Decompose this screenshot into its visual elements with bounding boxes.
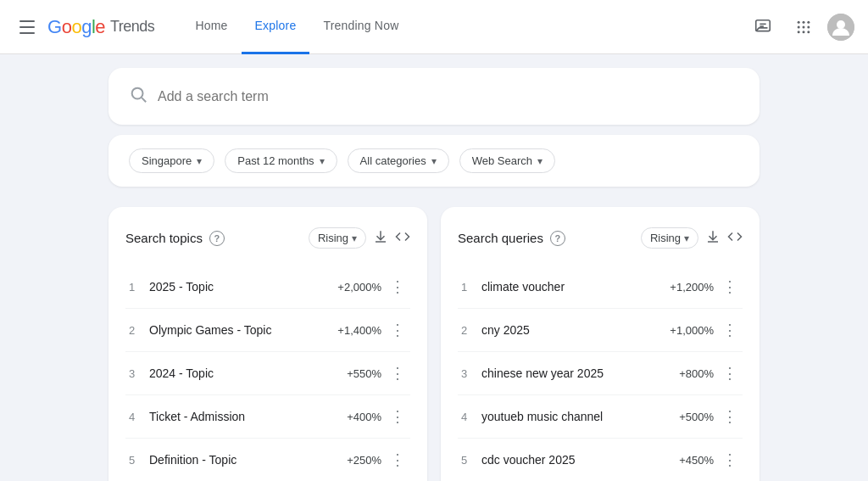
svg-point-7 [803,25,805,28]
apps-button[interactable] [787,10,821,44]
feedback-button[interactable] [746,10,780,44]
more-options-icon[interactable]: ⋮ [388,362,407,384]
item-change: +1,400% [337,324,381,337]
topics-card-header: Search topics ? Rising ▾ [125,227,410,249]
avatar[interactable] [827,14,854,41]
logo-trends: Trends [110,18,154,36]
queries-title-group: Search queries ? [458,231,565,246]
item-change: +500% [679,411,714,423]
svg-point-11 [807,31,810,33]
item-name: chinese new year 2025 [481,366,679,380]
more-options-icon[interactable]: ⋮ [388,276,407,298]
item-name: 2024 - Topic [149,366,347,380]
search-icon [129,85,147,108]
item-change: +250% [347,454,381,467]
item-name: youtueb music channel [481,410,679,423]
item-change: +2,000% [337,281,381,294]
filter-country-label: Singapore [142,154,192,167]
item-rank: 4 [129,411,149,423]
item-rank: 2 [129,324,149,337]
more-options-icon[interactable]: ⋮ [721,362,739,384]
nav-explore[interactable]: Explore [242,0,310,54]
menu-icon[interactable] [14,14,41,41]
filter-type[interactable]: Web Search ▾ [459,148,555,173]
header: Google Trends Home Explore Trending Now [0,0,868,54]
more-options-icon[interactable]: ⋮ [721,276,739,298]
list-item: 5 Definition - Topic +250% ⋮ [125,439,410,481]
chevron-down-icon: ▾ [537,155,542,167]
svg-point-9 [798,31,800,33]
main-content: Singapore ▾ Past 12 months ▾ All categor… [0,54,868,481]
item-change: +550% [347,367,381,380]
item-name: Definition - Topic [149,453,347,467]
item-rank: 1 [129,281,149,294]
svg-point-6 [798,25,800,28]
list-item: 2 Olympic Games - Topic +1,400% ⋮ [125,309,410,352]
header-right [746,10,854,44]
filter-type-label: Web Search [472,154,532,167]
avatar-icon [827,14,854,41]
more-options-icon[interactable]: ⋮ [388,449,407,471]
item-name: 2025 - Topic [149,280,337,294]
item-name: climate voucher [481,280,670,294]
feedback-icon [754,18,772,36]
topics-download-icon[interactable] [373,229,388,248]
svg-point-4 [803,20,805,23]
list-item: 4 youtueb music channel +500% ⋮ [458,395,743,439]
chevron-down-icon: ▾ [431,155,437,167]
more-options-icon[interactable]: ⋮ [721,449,739,471]
more-options-icon[interactable]: ⋮ [388,319,407,341]
topics-controls: Rising ▾ [309,227,410,249]
chevron-down-icon: ▾ [684,232,689,244]
item-name: Ticket - Admission [149,410,347,423]
list-item: 3 chinese new year 2025 +800% ⋮ [458,352,743,395]
filter-country[interactable]: Singapore ▾ [129,148,214,173]
svg-point-14 [132,88,143,99]
more-options-icon[interactable]: ⋮ [721,319,739,341]
more-options-icon[interactable]: ⋮ [721,405,739,428]
svg-point-13 [837,20,845,29]
item-rank: 5 [129,454,149,467]
item-change: +450% [679,454,714,467]
nav-home[interactable]: Home [181,0,241,54]
queries-embed-icon[interactable] [727,229,743,248]
filter-time[interactable]: Past 12 months ▾ [225,148,337,173]
item-rank: 5 [461,454,481,467]
svg-point-3 [798,20,800,23]
queries-download-icon[interactable] [705,229,721,248]
filter-category[interactable]: All categories ▾ [348,148,449,173]
nav-trending[interactable]: Trending Now [309,0,412,54]
topics-embed-icon[interactable] [395,229,410,248]
queries-card-title: Search queries [458,231,543,245]
list-item: 3 2024 - Topic +550% ⋮ [125,352,410,395]
svg-line-15 [142,98,146,102]
topics-card: Search topics ? Rising ▾ [108,207,427,481]
apps-icon [795,19,812,36]
more-options-icon[interactable]: ⋮ [388,405,407,428]
queries-card-header: Search queries ? Rising ▾ [458,227,743,249]
cards-row: Search topics ? Rising ▾ [108,207,760,481]
svg-point-8 [807,25,810,28]
queries-sort-button[interactable]: Rising ▾ [641,227,698,249]
item-rank: 2 [461,324,481,337]
chevron-down-icon: ▾ [320,155,325,167]
item-change: +800% [679,367,714,380]
filter-time-label: Past 12 months [237,154,314,167]
chevron-down-icon: ▾ [197,155,202,167]
topics-title-group: Search topics ? [125,231,225,246]
search-input[interactable] [158,89,739,104]
item-change: +1,200% [670,281,714,294]
queries-help-icon[interactable]: ? [550,231,565,246]
topics-help-icon[interactable]: ? [209,231,225,246]
item-rank: 1 [461,281,481,294]
queries-controls: Rising ▾ [641,227,743,249]
logo[interactable]: Google Trends [47,16,154,38]
queries-sort-label: Rising [650,232,681,244]
svg-point-10 [803,31,805,33]
filter-category-label: All categories [360,154,426,167]
item-name: cny 2025 [481,323,670,337]
logo-google: Google [47,16,105,38]
topics-sort-button[interactable]: Rising ▾ [309,227,366,249]
topics-list: 1 2025 - Topic +2,000% ⋮ 2 Olympic Games… [125,266,410,481]
header-left: Google Trends [14,14,154,41]
